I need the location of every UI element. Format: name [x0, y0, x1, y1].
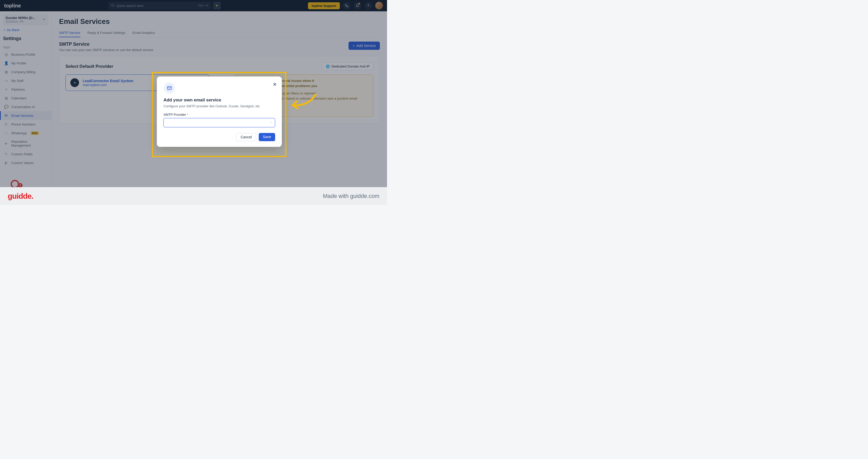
- mail-icon-modal: [163, 82, 175, 94]
- save-button[interactable]: Save: [259, 133, 275, 141]
- close-icon[interactable]: ✕: [273, 82, 277, 87]
- arrow-annotation: [287, 92, 318, 113]
- guidde-made-with: Made with guidde.com: [323, 193, 379, 200]
- cancel-button[interactable]: Cancel: [236, 133, 256, 141]
- add-email-service-modal: ✕ Add your own email service Configure y…: [157, 76, 282, 147]
- modal-sub: Configure your SMTP provider like Outloo…: [163, 104, 275, 108]
- smtp-provider-label: SMTP Provider*: [163, 113, 275, 117]
- guidde-logo: guidde.: [8, 192, 33, 201]
- chevron-down-icon: [269, 120, 272, 125]
- modal-title: Add your own email service: [163, 97, 275, 103]
- smtp-provider-select[interactable]: [163, 118, 275, 127]
- guidde-footer: guidde. Made with guidde.com: [0, 187, 387, 205]
